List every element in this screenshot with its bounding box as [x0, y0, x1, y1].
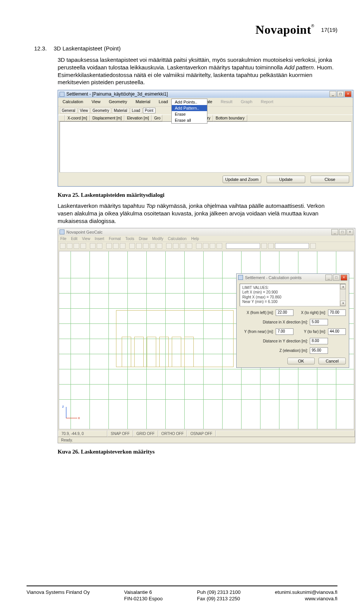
scroll-up-icon[interactable]: ▴ [340, 284, 346, 289]
tool-icon[interactable] [166, 243, 172, 249]
gc-minimize-button[interactable]: _ [331, 229, 338, 235]
status-ortho[interactable]: ORTHO OFF [158, 430, 187, 437]
drawing-canvas[interactable]: z x Settlement - Calculation points _ □ … [59, 251, 354, 429]
tab-geometry[interactable]: Geometry [91, 108, 111, 113]
gc-readybar: Ready. [58, 437, 355, 443]
menu-add-pattern[interactable]: Add Pattern.. [172, 105, 207, 111]
tool-icon[interactable] [60, 243, 66, 249]
gc-menu-help[interactable]: Help [191, 237, 199, 241]
ok-button[interactable]: OK [287, 358, 315, 364]
distx-input[interactable]: 5.00 [310, 319, 328, 325]
gc-menu-calculation[interactable]: Calculation [168, 237, 187, 241]
gc-maximize-button[interactable]: □ [339, 229, 346, 235]
maximize-button[interactable]: □ [337, 91, 344, 97]
close-button[interactable]: × [345, 91, 351, 97]
tool-icon[interactable] [268, 243, 274, 249]
update-button[interactable]: Update [267, 176, 305, 183]
gc-menu-insert[interactable]: Insert [95, 237, 104, 241]
gc-menu-tools[interactable]: Tools [126, 237, 134, 241]
gc-close-button[interactable]: × [347, 229, 353, 235]
col-bottom-boundary[interactable]: Bottom boundary [213, 115, 247, 121]
status-osnap[interactable]: OSNAP OFF [187, 430, 216, 437]
menu-erase[interactable]: Erase [172, 111, 207, 117]
x-from-input[interactable]: 22.00 [276, 309, 293, 316]
tool-icon[interactable] [150, 243, 155, 249]
gc-menu-format[interactable]: Format [109, 237, 121, 241]
tool-icon[interactable] [196, 243, 202, 249]
load-rect [134, 337, 144, 367]
gc-menubar: File Edit View Insert Format Tools Draw … [58, 236, 355, 242]
tool-icon[interactable] [120, 243, 126, 249]
tool-icon[interactable] [106, 243, 112, 249]
gc-menu-draw[interactable]: Draw [139, 237, 147, 241]
status-coords: 70.9, -44.9, 0 [58, 430, 107, 437]
status-snap[interactable]: SNAP OFF [107, 430, 133, 437]
tab-material[interactable]: Material [112, 108, 129, 113]
update-zoom-button[interactable]: Update and Zoom [223, 176, 261, 183]
tool-icon[interactable] [97, 243, 102, 249]
gc-menu-view[interactable]: View [82, 237, 90, 241]
minimize-button[interactable]: _ [329, 91, 336, 97]
tool-icon[interactable] [67, 243, 72, 249]
cp-close-button[interactable]: × [340, 275, 347, 281]
app-icon [60, 92, 64, 97]
col-xcoord[interactable]: X-coord [m] [65, 115, 90, 121]
tab-point[interactable]: Point [143, 108, 155, 113]
menu-erase-all[interactable]: Erase all [172, 117, 207, 123]
tool-icon[interactable] [143, 243, 149, 249]
z-input[interactable]: 95.00 [310, 347, 328, 354]
tool-icon[interactable] [113, 243, 119, 249]
menu-view[interactable]: View [90, 99, 102, 105]
geocalc-window: Novapoint GeoCalc _ □ × File Edit View I… [58, 228, 355, 443]
col-displacement[interactable]: Displacement [m] [90, 115, 124, 121]
limit-head: LIMIT VALUES: [242, 286, 343, 290]
col-elevation[interactable]: Elevation [m] [124, 115, 152, 121]
tool-icon[interactable] [217, 243, 222, 249]
tool-select[interactable] [275, 243, 309, 249]
footer: Vianova Systems Finland Oy Vaisalantie 6… [0, 589, 364, 606]
tool-select[interactable] [226, 243, 260, 249]
tool-icon[interactable] [261, 243, 267, 249]
y-from-input[interactable]: 7.00 [276, 328, 293, 335]
tool-icon[interactable] [80, 243, 86, 249]
tool-icon[interactable] [187, 243, 192, 249]
point-list[interactable] [60, 121, 351, 173]
tool-icon[interactable] [180, 243, 185, 249]
tool-icon[interactable] [129, 243, 135, 249]
disty-input[interactable]: 8.00 [310, 338, 328, 344]
tool-icon[interactable] [74, 243, 79, 249]
tab-view[interactable]: View [78, 108, 90, 113]
tool-icon[interactable] [157, 243, 162, 249]
cp-maximize-button[interactable]: □ [333, 275, 340, 281]
gc-menu-edit[interactable]: Edit [71, 237, 77, 241]
tool-icon[interactable] [203, 243, 209, 249]
status-grid[interactable]: GRID OFF [133, 430, 158, 437]
menu-material[interactable]: Material [134, 99, 152, 105]
menu-calculation[interactable]: Calculation [61, 99, 85, 105]
gc-menu-modify[interactable]: Modify [152, 237, 163, 241]
load-rect [159, 337, 169, 367]
x-to-label: X (to right) [m]: [295, 311, 326, 315]
gc-menu-file[interactable]: File [60, 237, 66, 241]
gc-title: Novapoint GeoCalc [66, 230, 102, 234]
close-dialog-button[interactable]: Close [311, 176, 349, 183]
limit-scrollbar[interactable]: ▴ ▾ [340, 284, 345, 306]
tool-icon[interactable] [210, 243, 215, 249]
cancel-button[interactable]: Cancel [318, 358, 346, 364]
scroll-down-icon[interactable]: ▾ [340, 301, 346, 306]
menu-load[interactable]: Load [157, 99, 169, 105]
tab-load[interactable]: Load [130, 108, 142, 113]
col-gro[interactable]: Gro [152, 115, 162, 121]
cp-minimize-button[interactable]: _ [325, 275, 332, 281]
menu-add-points[interactable]: Add Points.. [172, 99, 207, 105]
limit-right: Right X (max) = 70.860 [242, 295, 343, 300]
tool-icon[interactable] [136, 243, 142, 249]
tool-icon[interactable] [310, 243, 316, 249]
x-to-input[interactable]: 70.00 [328, 309, 346, 316]
tool-icon[interactable] [90, 243, 96, 249]
y-to-input[interactable]: 44.00 [328, 328, 346, 335]
y-from-label: Y (from near) [m]: [240, 330, 274, 334]
menu-geometry[interactable]: Geometry [107, 99, 129, 105]
tool-icon[interactable] [173, 243, 179, 249]
tab-general[interactable]: General [60, 108, 77, 113]
